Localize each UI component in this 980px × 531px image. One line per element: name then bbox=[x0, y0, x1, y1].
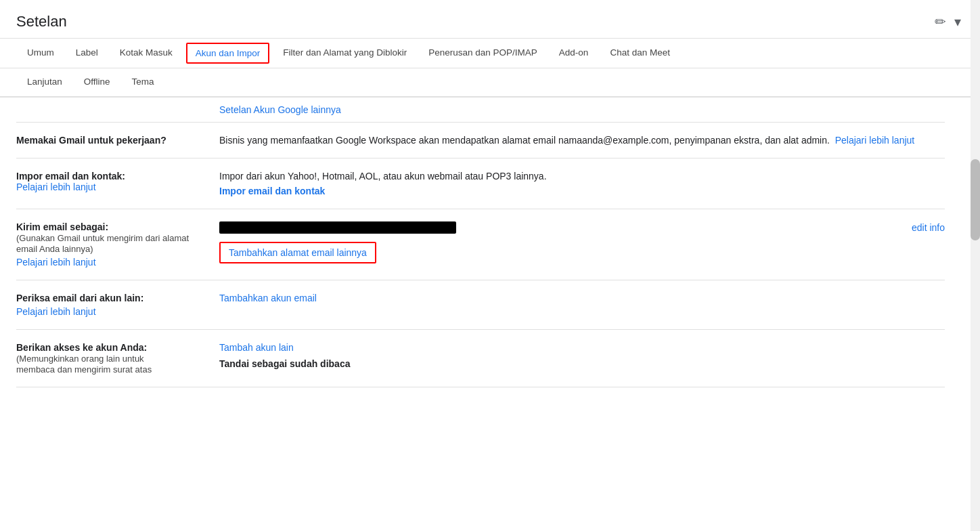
tab-chat-dan-meet[interactable]: Chat dan Meet bbox=[599, 39, 681, 68]
gmail-work-label: Memakai Gmail untuk pekerjaan? bbox=[16, 135, 219, 146]
import-email-row: Impor email dan kontak: Pelajari lebih l… bbox=[16, 158, 945, 209]
nav-tabs-row1: Umum Label Kotak Masuk Akun dan Impor Fi… bbox=[0, 39, 980, 68]
tab-label[interactable]: Label bbox=[65, 39, 109, 68]
tab-lanjutan[interactable]: Lanjutan bbox=[16, 68, 73, 97]
pencil-icon[interactable]: ✏ bbox=[932, 11, 949, 33]
scrollbar-thumb[interactable] bbox=[971, 159, 980, 240]
import-learn-more[interactable]: Pelajari lebih lanjut bbox=[16, 182, 96, 192]
tab-penerusan[interactable]: Penerusan dan POP/IMAP bbox=[418, 39, 548, 68]
tab-akun-dan-impor[interactable]: Akun dan Impor bbox=[186, 43, 269, 64]
import-email-value: Impor dari akun Yahoo!, Hotmail, AOL, at… bbox=[219, 171, 945, 196]
import-email-action[interactable]: Impor email dan kontak bbox=[219, 186, 325, 196]
header-actions: ✏ ▾ bbox=[932, 11, 964, 33]
gmail-work-row: Memakai Gmail untuk pekerjaan? Bisnis ya… bbox=[16, 123, 945, 158]
nav-tabs-row2: Lanjutan Offline Tema bbox=[0, 68, 980, 98]
check-email-learn-more[interactable]: Pelajari lebih lanjut bbox=[16, 306, 96, 317]
settings-content: Setelan Akun Google lainnya Memakai Gmai… bbox=[0, 98, 961, 387]
tab-offline[interactable]: Offline bbox=[73, 68, 121, 97]
google-account-link[interactable]: Setelan Akun Google lainnya bbox=[219, 104, 341, 115]
check-email-value: Tambahkan akun email bbox=[219, 293, 945, 303]
tab-addon[interactable]: Add-on bbox=[548, 39, 600, 68]
tab-tema[interactable]: Tema bbox=[121, 68, 165, 97]
tab-umum[interactable]: Umum bbox=[16, 39, 65, 68]
add-email-account[interactable]: Tambahkan akun email bbox=[219, 293, 317, 303]
send-as-email-redacted bbox=[219, 221, 456, 234]
add-email-button[interactable]: Tambahkan alamat email lainnya bbox=[219, 242, 376, 263]
gmail-work-value: Bisnis yang memanfaatkan Google Workspac… bbox=[219, 135, 945, 146]
send-as-value: edit info Tambahkan alamat email lainnya bbox=[219, 221, 945, 263]
add-another-account[interactable]: Tambah akun lain bbox=[219, 342, 294, 353]
caret-icon[interactable]: ▾ bbox=[952, 11, 964, 33]
grant-access-row: Berikan akses ke akun Anda: (Memungkinka… bbox=[16, 330, 945, 387]
send-as-label: Kirim email sebagai: (Gunakan Gmail untu… bbox=[16, 221, 219, 268]
tab-kotak-masuk[interactable]: Kotak Masuk bbox=[109, 39, 183, 68]
grant-access-value: Tambah akun lain Tandai sebagai sudah di… bbox=[219, 342, 945, 369]
google-account-row: Setelan Akun Google lainnya bbox=[16, 98, 945, 123]
page-title: Setelan bbox=[16, 13, 67, 30]
check-email-label: Periksa email dari akun lain: Pelajari l… bbox=[16, 293, 219, 317]
check-email-row: Periksa email dari akun lain: Pelajari l… bbox=[16, 280, 945, 330]
gmail-work-learn-more[interactable]: Pelajari lebih lanjut bbox=[835, 135, 915, 146]
edit-info-link[interactable]: edit info bbox=[898, 222, 945, 233]
send-as-row: Kirim email sebagai: (Gunakan Gmail untu… bbox=[16, 209, 945, 280]
import-email-label: Impor email dan kontak: Pelajari lebih l… bbox=[16, 171, 219, 192]
send-as-learn-more[interactable]: Pelajari lebih lanjut bbox=[16, 257, 96, 268]
grant-access-label: Berikan akses ke akun Anda: (Memungkinka… bbox=[16, 342, 219, 375]
tab-filter-dan-alamat[interactable]: Filter dan Alamat yang Diblokir bbox=[272, 39, 418, 68]
page-header: Setelan ✏ ▾ bbox=[0, 0, 980, 39]
scrollbar[interactable] bbox=[971, 0, 980, 387]
